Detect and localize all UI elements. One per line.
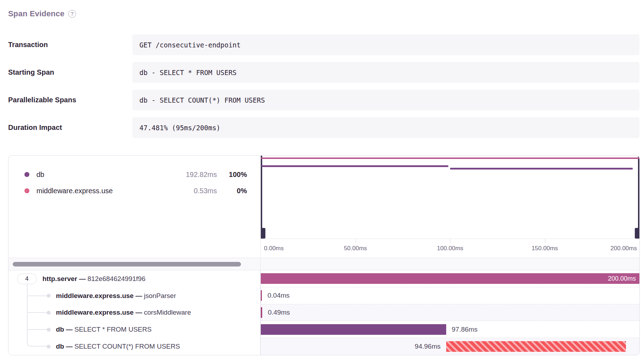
evidence-label: Parallelizable Spans [8,90,132,110]
span-duration-bar [261,324,446,335]
span-count-badge[interactable]: 4 [17,274,37,284]
legend-percent: 100% [217,171,247,179]
span-desc: jsonParser [144,292,176,299]
trace-minimap[interactable] [260,156,639,239]
axis-tick-label: 200.00ms [610,239,637,258]
span-tree-row[interactable]: 4 http.server—812e684624991f96 200.00ms [8,270,639,287]
span-op: http.server [42,275,77,282]
span-count: 4 [25,275,28,282]
span-tree-row[interactable]: db—SELECT * FROM USERS 97.86ms [8,321,639,338]
evidence-label: Transaction [8,34,132,55]
span-tree-row-label: 4 http.server—812e684624991f96 [8,270,260,287]
span-description: middleware.express.use—jsonParser [56,292,176,300]
tree-connector-vline [27,284,28,287]
evidence-row: Duration Impact 47.481% (95ms/200ms) [8,117,639,138]
help-icon[interactable]: ? [68,10,76,18]
span-duration-label: 0.49ms [268,309,290,316]
span-bar-cell[interactable]: 0.04ms [260,287,639,304]
tree-connector-hline [27,329,49,330]
evidence-row: Transaction GET /consecutive-endpoint [8,34,639,55]
span-duration-label: 0.04ms [268,292,289,299]
axis-tickmark [356,239,356,243]
minimap-left-handle-grip[interactable] [261,228,265,239]
legend-row[interactable]: db 192.82ms 100% [8,166,260,183]
span-waterfall-panel: db 192.82ms 100% middleware.express.use … [8,155,640,355]
span-bar-cell[interactable]: 97.86ms [260,321,639,338]
legend-name: db [36,171,174,179]
horizontal-scrollbar-thumb[interactable] [13,262,241,267]
minimap-span [261,157,639,159]
evidence-row: Parallelizable Spans db - SELECT COUNT(*… [8,90,639,110]
evidence-label: Starting Span [8,62,132,83]
scrollbar-row-spacer [260,258,639,270]
span-duration-bar [261,290,262,301]
tree-connector-hline [27,312,49,313]
legend-duration: 0.53ms [174,187,217,195]
tree-connector-elbow [27,338,49,346]
span-duration-bar [446,341,626,352]
span-tree-row[interactable]: middleware.express.use—jsonParser 0.04ms [8,287,639,304]
legend-percent: 0% [217,187,247,195]
span-duration-label: 97.86ms [452,326,478,333]
span-desc: SELECT COUNT(*) FROM USERS [74,343,180,350]
minimap-span [450,168,633,170]
span-description: db—SELECT * FROM USERS [56,326,151,333]
span-desc: corsMiddleware [144,309,191,316]
span-duration-label: 94.96ms [415,343,441,350]
span-bar-cell[interactable]: 200.00ms [260,270,639,287]
evidence-value: db - SELECT * FROM USERS [132,62,639,83]
time-axis: 0.00ms50.00ms100.00ms150.00ms200.00ms [260,239,639,258]
legend-swatch-icon [24,188,29,193]
minimap-span [261,165,448,167]
evidence-section: Transaction GET /consecutive-endpoint St… [0,34,644,138]
legend-duration: 192.82ms [174,171,217,179]
span-tree-row-label: middleware.express.use—jsonParser [8,287,260,304]
span-duration-bar [261,273,639,284]
scrollbar-row [8,258,639,270]
span-tree-row[interactable]: db—SELECT COUNT(*) FROM USERS 94.96ms [8,338,639,355]
page-title: Span Evidence [8,9,64,18]
span-tree-row-label: db—SELECT * FROM USERS [8,321,260,338]
tree-connector-dot-icon [47,311,51,315]
axis-tick-label: 0.00ms [264,239,284,258]
legend-swatch-icon [24,172,29,177]
span-separator: — [134,292,144,299]
span-tree-row-label: db—SELECT COUNT(*) FROM USERS [8,338,260,355]
span-bar-cell[interactable]: 0.49ms [260,304,639,321]
span-op: middleware.express.use [56,292,134,299]
axis-tickmark [450,239,450,243]
minimap-right-handle-line [638,156,639,239]
span-legend: db 192.82ms 100% middleware.express.use … [8,156,260,258]
span-description: db—SELECT COUNT(*) FROM USERS [56,343,180,350]
evidence-value: 47.481% (95ms/200ms) [132,117,639,138]
legend-row[interactable]: middleware.express.use 0.53ms 0% [8,183,260,199]
minimap-left-handle-line [261,156,262,239]
minimap-right-handle-grip[interactable] [635,228,639,239]
evidence-value: GET /consecutive-endpoint [132,34,639,55]
span-separator: — [77,275,87,282]
span-desc: SELECT * FROM USERS [74,326,151,333]
span-separator: — [64,343,74,350]
span-tree-row-label: middleware.express.use—corsMiddleware [8,304,260,321]
tree-connector-hline [27,296,49,296]
legend-name: middleware.express.use [36,187,174,195]
panel-top: db 192.82ms 100% middleware.express.use … [8,156,639,258]
span-op: db [56,343,64,350]
span-bar-cell[interactable]: 94.96ms [260,338,639,355]
span-op: middleware.express.use [56,309,134,316]
span-description: middleware.express.use—corsMiddleware [56,309,191,316]
tree-connector-dot-icon [47,328,51,332]
span-op: db [56,326,64,333]
span-duration-label: 200.00ms [608,275,636,282]
span-evidence-header: Span Evidence ? [0,0,644,18]
span-duration-bar [261,307,262,318]
span-desc: 812e684624991f96 [87,275,145,282]
evidence-row: Starting Span db - SELECT * FROM USERS [8,62,639,83]
evidence-value: db - SELECT COUNT(*) FROM USERS [132,90,639,110]
span-tree: 4 http.server—812e684624991f96 200.00ms … [8,270,639,355]
span-description: http.server—812e684624991f96 [42,275,145,283]
span-separator: — [64,326,74,333]
span-tree-row[interactable]: middleware.express.use—corsMiddleware 0.… [8,304,639,321]
tree-connector-dot-icon [47,345,51,349]
axis-tickmark [545,239,545,243]
